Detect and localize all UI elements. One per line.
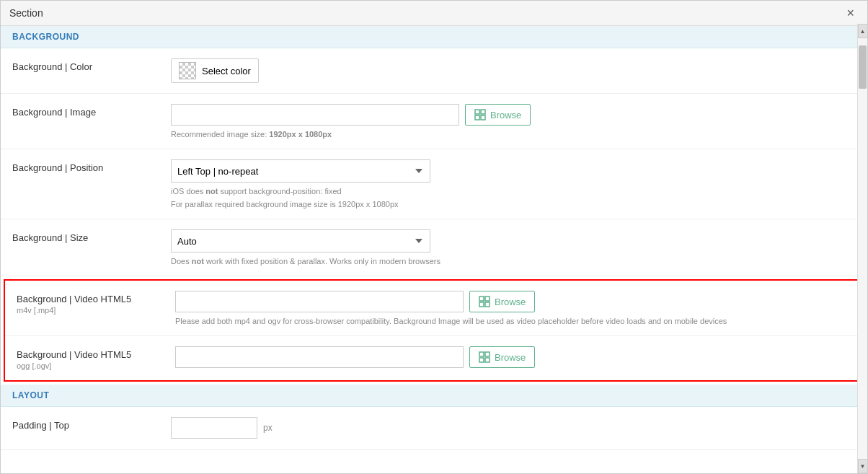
svg-rect-10 [479,358,484,362]
background-image-label: Background | Image [12,107,96,118]
background-video-mp4-input[interactable] [175,291,464,312]
background-video-ogg-label-col: Background | Video HTML5 ogg [.ogv] [17,346,175,370]
padding-top-row: Padding | Top px [1,407,867,450]
background-position-hint2: For parallax required background image s… [171,200,856,209]
browse-icon [479,351,490,363]
checkerboard-icon [179,62,196,79]
close-button[interactable]: × [842,5,859,21]
background-position-control-col: Left Top | no-repeat Left Center | no-re… [171,159,856,209]
background-image-input[interactable] [171,104,459,126]
svg-rect-3 [481,115,485,120]
padding-top-label-col: Padding | Top [12,417,171,431]
panel-title: Section [9,7,43,19]
scrollbar: ▲ ▼ [857,24,867,473]
background-video-mp4-row: Background | Video HTML5 m4v [.mp4] [5,281,863,335]
background-size-row: Background | Size Auto Cover Contain Doe… [1,219,867,276]
background-video-mp4-browse-button[interactable]: Browse [469,291,535,312]
background-position-row: Background | Position Left Top | no-repe… [1,149,867,219]
background-video-mp4-hint: Please add both mp4 and ogv for cross-br… [175,317,851,325]
background-color-label-col: Background | Color [12,58,171,72]
svg-rect-5 [485,297,490,301]
background-size-hint: Does not work with fixed position & para… [171,257,856,265]
background-video-mp4-label: Background | Video HTML5 [17,294,131,304]
background-size-control-col: Auto Cover Contain Does not work with fi… [171,229,856,265]
background-section-header: BACKGROUND [1,26,867,48]
svg-rect-8 [479,352,484,356]
background-video-mp4-label-col: Background | Video HTML5 m4v [.mp4] [17,291,175,315]
scroll-thumb[interactable] [859,45,867,89]
video-section: Background | Video HTML5 m4v [.mp4] [4,279,864,382]
color-picker-button[interactable]: Select color [171,58,259,83]
svg-rect-6 [479,302,484,307]
section-panel: Section × BACKGROUND Background | Color … [0,0,868,474]
svg-rect-4 [479,297,484,301]
background-position-select[interactable]: Left Top | no-repeat Left Center | no-re… [171,159,430,183]
background-video-ogg-row: Background | Video HTML5 ogg [.ogv] [5,335,863,380]
svg-rect-9 [485,352,490,356]
background-video-ogg-control-col: Browse [175,346,851,368]
scroll-up-button[interactable]: ▲ [858,24,868,38]
padding-top-control-col: px [171,417,856,439]
background-size-label: Background | Size [12,232,88,243]
browse-icon [474,109,486,120]
background-color-label: Background | Color [12,61,92,72]
panel-body: BACKGROUND Background | Color Select col… [1,26,867,473]
background-image-label-col: Background | Image [12,104,171,118]
background-image-control-col: Browse Recommended image size: 1920px x … [171,104,856,139]
svg-rect-1 [481,110,485,114]
background-size-select[interactable]: Auto Cover Contain [171,229,430,253]
padding-top-input[interactable] [171,417,257,439]
background-image-browse-button[interactable]: Browse [465,104,531,126]
svg-rect-0 [475,110,479,114]
background-video-ogg-input[interactable] [175,346,464,368]
background-image-row: Background | Image Browse [1,94,867,149]
scroll-thumb-area [858,38,867,459]
background-video-mp4-sublabel: m4v [.mp4] [17,306,164,315]
scroll-down-button[interactable]: ▼ [858,459,868,473]
background-color-row: Background | Color Select color [1,48,867,94]
layout-section-header: LAYOUT [1,385,867,407]
background-image-hint: Recommended image size: 1920px x 1080px [171,130,856,139]
svg-rect-7 [485,302,490,307]
background-video-ogg-browse-button[interactable]: Browse [469,346,535,368]
background-position-label: Background | Position [12,162,103,173]
background-color-control-col: Select color [171,58,856,83]
background-video-ogg-label: Background | Video HTML5 [17,349,131,360]
background-video-mp4-control-col: Browse Please add both mp4 and ogv for c… [175,291,851,325]
background-size-label-col: Background | Size [12,229,171,243]
background-video-ogg-sublabel: ogg [.ogv] [17,361,164,370]
background-position-hint1: iOS does not support background-position… [171,187,856,196]
padding-top-unit: px [263,423,273,433]
padding-top-label: Padding | Top [12,420,69,431]
browse-icon [479,296,490,307]
panel-header: Section × [1,1,867,26]
svg-rect-2 [475,115,479,120]
background-position-label-col: Background | Position [12,159,171,173]
svg-rect-11 [485,358,490,362]
